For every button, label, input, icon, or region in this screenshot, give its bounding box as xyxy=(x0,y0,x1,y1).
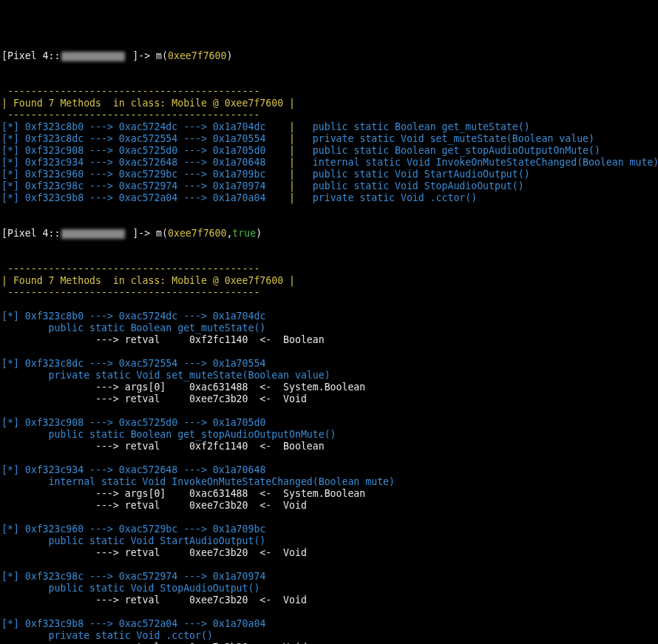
terminal-output: [Pixel 4:: ]-> m(0xee7f7600) -----------… xyxy=(1,50,658,644)
